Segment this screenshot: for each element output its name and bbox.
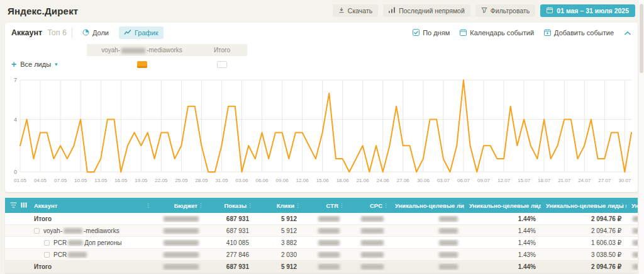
col-header-truncated[interactable]: Уникал [626, 202, 639, 209]
svg-text:19.05: 19.05 [135, 178, 148, 183]
row-checkbox[interactable] [44, 252, 50, 258]
col-header-impressions[interactable]: Показы⋮ [205, 202, 254, 209]
blurred-value [164, 228, 199, 234]
scrollbar-thumb[interactable] [640, 4, 643, 73]
series-swatch-account[interactable] [137, 61, 147, 68]
view-shares-button[interactable]: Доли [77, 26, 114, 40]
table-row[interactable]: PCR277 8462 0301.43%3 038.50 ₽ [5, 249, 638, 261]
svg-text:24.06: 24.06 [377, 178, 390, 183]
row-checkbox[interactable] [34, 228, 40, 234]
attribution-model-button[interactable]: Последний непрямой [383, 4, 470, 17]
table-row[interactable]: voyah--mediaworks687 9315 9121.44%2 094.… [5, 225, 638, 237]
page-title: Яндекс.Директ [8, 6, 78, 16]
column-menu-icon[interactable]: ⋮ [295, 202, 301, 208]
col-header-account[interactable]: Аккаунт⋮ [29, 202, 152, 209]
chart-canvas[interactable]: 01.0504.0507.0510.0513.0516.0519.0522.05… [10, 75, 634, 187]
value-cell [152, 227, 205, 234]
svg-text:22.05: 22.05 [155, 178, 168, 183]
col-header-ctr[interactable]: CTR⋮ [302, 202, 346, 209]
value-cell: 687 931 [205, 263, 254, 270]
by-days-toggle[interactable]: По дням [413, 29, 450, 37]
col-header-budget[interactable]: Бюджет⋮ [152, 202, 205, 209]
calendar-icon [547, 7, 553, 14]
column-menu-icon[interactable]: ⋮ [383, 202, 389, 208]
add-metric-icon[interactable]: + [11, 61, 16, 67]
blurred-text [121, 48, 145, 54]
column-menu-icon[interactable]: ⋮ [198, 202, 204, 208]
column-settings-icon[interactable] [21, 202, 27, 209]
collapse-chart-button[interactable] [624, 27, 631, 38]
row-checkbox[interactable] [44, 240, 50, 246]
account-cell: PCR [29, 251, 152, 258]
column-menu-icon[interactable]: ⋮ [457, 202, 463, 208]
filter-icon [481, 7, 487, 14]
value-cell: 3 038.50 ₽ [541, 251, 626, 258]
value-cell: 2 094.76 ₽ [541, 263, 626, 270]
blurred-value [361, 216, 384, 222]
blurred-text [68, 252, 87, 258]
column-menu-icon[interactable]: ⋮ [339, 202, 345, 208]
checkbox-icon [413, 29, 419, 37]
column-menu-icon[interactable]: ⋮ [619, 202, 625, 208]
column-menu-icon[interactable]: ⋮ [145, 202, 151, 208]
view-chart-button[interactable]: График [119, 26, 164, 39]
row-filter-icon[interactable] [10, 202, 17, 209]
row-name-text: Итого [34, 263, 52, 270]
blurred-value [318, 228, 340, 234]
blurred-value [361, 228, 384, 234]
value-cell [626, 263, 638, 270]
svg-text:30.07: 30.07 [618, 178, 631, 183]
account-cell: Итого [29, 263, 152, 270]
chevron-up-icon [624, 27, 631, 38]
col-header-clicks[interactable]: Клики⋮ [254, 202, 302, 209]
table-row[interactable]: PCRДоп регионы410 0853 8821.44%1 606.03 … [5, 237, 638, 249]
svg-text:01.05: 01.05 [14, 178, 27, 183]
table-header: Аккаунт⋮ Бюджет⋮ Показы⋮ Клики⋮ CTR⋮ CPC… [5, 198, 638, 213]
value-cell: 2 094.76 ₽ [541, 227, 626, 234]
value-cell [302, 239, 346, 246]
svg-text:12.06: 12.06 [296, 178, 309, 183]
series-swatch-total[interactable] [217, 61, 227, 68]
svg-text:25.05: 25.05 [175, 178, 188, 183]
svg-text:7: 7 [14, 77, 17, 83]
value-cell: 1 606.03 ₽ [541, 239, 626, 246]
column-menu-icon[interactable]: ⋮ [534, 202, 540, 208]
vertical-scrollbar[interactable] [639, 0, 644, 274]
svg-text:27.07: 27.07 [598, 178, 611, 183]
date-range-button[interactable]: 01 мая – 31 июля 2025 [540, 4, 635, 17]
svg-text:16.05: 16.05 [114, 178, 128, 183]
metric-selector[interactable]: + Все лиды ▾ [11, 60, 87, 68]
col-header-cpc[interactable]: CPC⋮ [346, 202, 390, 209]
line-chart[interactable]: 01.0504.0507.0510.0513.0516.0519.0522.05… [5, 75, 638, 190]
column-menu-icon[interactable]: ⋮ [247, 202, 253, 208]
svg-text:4: 4 [14, 117, 17, 123]
blurred-value [318, 240, 340, 246]
svg-text:0: 0 [14, 169, 17, 175]
table-tools [5, 202, 29, 209]
filter-button[interactable]: Фильтровать [475, 4, 535, 17]
blurred-value [361, 240, 384, 246]
add-event-button[interactable]: Добавить событие [544, 29, 614, 37]
download-button[interactable]: Скачать [333, 4, 378, 17]
value-cell: 2 030 [254, 251, 302, 258]
blurred-value [633, 216, 638, 222]
row-name-text: voyah- [43, 227, 62, 234]
value-cell: 5 912 [254, 263, 302, 270]
bar-chart-icon [389, 7, 396, 14]
svg-text:06.06: 06.06 [255, 178, 269, 183]
value-cell [152, 239, 205, 246]
value-cell [302, 263, 346, 270]
svg-text:06.07: 06.07 [457, 178, 470, 183]
col-header-unique-leads[interactable]: Уникально-целевые лиды⋮ [390, 202, 464, 209]
value-cell [302, 251, 346, 258]
events-calendar-button[interactable]: Календарь событий [460, 29, 534, 37]
table-row[interactable]: Итого687 9315 9121.44%2 094.76 ₽ [5, 213, 638, 225]
account-cell: Итого [29, 215, 152, 222]
col-header-unique-leads-pct[interactable]: Уникально-целевые лиды %⋮ [464, 202, 541, 209]
value-cell [390, 251, 464, 258]
series-header-account: voyah--mediaworks [87, 44, 197, 56]
table-row[interactable]: Итого687 9315 9121.44%2 094.76 ₽ [5, 261, 638, 273]
svg-text:21.06: 21.06 [357, 178, 370, 183]
col-header-unique-leads-price[interactable]: Уникально-целевые лиды цена⋮ [541, 202, 626, 209]
svg-text:03.06: 03.06 [235, 178, 248, 183]
